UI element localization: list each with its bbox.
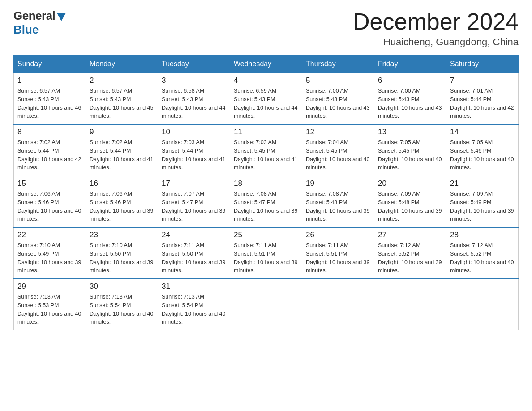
- day-info: Sunrise: 7:13 AM Sunset: 5:54 PM Dayligh…: [162, 293, 226, 326]
- day-info: Sunrise: 7:10 AM Sunset: 5:49 PM Dayligh…: [17, 241, 82, 275]
- day-info: Sunrise: 7:13 AM Sunset: 5:53 PM Dayligh…: [17, 293, 82, 326]
- day-number: 10: [162, 128, 226, 137]
- calendar-cell: 11 Sunrise: 7:03 AM Sunset: 5:45 PM Dayl…: [230, 124, 302, 176]
- day-number: 5: [306, 76, 370, 85]
- calendar-cell: 8 Sunrise: 7:02 AM Sunset: 5:44 PM Dayli…: [14, 124, 86, 176]
- header-monday: Monday: [86, 56, 158, 73]
- day-number: 11: [234, 128, 298, 137]
- calendar-cell: 1 Sunrise: 6:57 AM Sunset: 5:43 PM Dayli…: [14, 73, 86, 124]
- week-row-3: 15 Sunrise: 7:06 AM Sunset: 5:46 PM Dayl…: [14, 176, 519, 227]
- day-info: Sunrise: 7:06 AM Sunset: 5:46 PM Dayligh…: [90, 190, 154, 223]
- calendar-cell: 7 Sunrise: 7:01 AM Sunset: 5:44 PM Dayli…: [446, 73, 519, 124]
- day-number: 25: [234, 231, 298, 240]
- day-info: Sunrise: 7:05 AM Sunset: 5:46 PM Dayligh…: [450, 138, 515, 172]
- logo: General Blue: [13, 9, 66, 37]
- day-number: 8: [17, 128, 82, 137]
- page-header: General Blue December 2024 Huaicheng, Gu…: [13, 9, 519, 48]
- calendar-cell: 17 Sunrise: 7:07 AM Sunset: 5:47 PM Dayl…: [158, 176, 230, 227]
- day-info: Sunrise: 7:02 AM Sunset: 5:44 PM Dayligh…: [17, 138, 82, 172]
- day-info: Sunrise: 7:12 AM Sunset: 5:52 PM Dayligh…: [450, 241, 515, 275]
- header-tuesday: Tuesday: [158, 56, 230, 73]
- day-info: Sunrise: 7:13 AM Sunset: 5:54 PM Dayligh…: [90, 293, 154, 326]
- day-info: Sunrise: 7:09 AM Sunset: 5:49 PM Dayligh…: [450, 190, 515, 223]
- day-info: Sunrise: 7:06 AM Sunset: 5:46 PM Dayligh…: [17, 190, 82, 223]
- week-row-2: 8 Sunrise: 7:02 AM Sunset: 5:44 PM Dayli…: [14, 124, 519, 176]
- day-number: 20: [378, 179, 442, 188]
- day-number: 23: [90, 231, 154, 240]
- calendar-cell: 31 Sunrise: 7:13 AM Sunset: 5:54 PM Dayl…: [158, 279, 230, 330]
- calendar-cell: 24 Sunrise: 7:11 AM Sunset: 5:50 PM Dayl…: [158, 227, 230, 279]
- day-info: Sunrise: 7:03 AM Sunset: 5:45 PM Dayligh…: [234, 138, 298, 172]
- day-number: 7: [450, 76, 515, 85]
- day-info: Sunrise: 7:11 AM Sunset: 5:51 PM Dayligh…: [306, 241, 370, 275]
- day-info: Sunrise: 6:57 AM Sunset: 5:43 PM Dayligh…: [17, 87, 82, 120]
- day-info: Sunrise: 7:04 AM Sunset: 5:45 PM Dayligh…: [306, 138, 370, 172]
- day-number: 31: [162, 282, 226, 291]
- week-row-4: 22 Sunrise: 7:10 AM Sunset: 5:49 PM Dayl…: [14, 227, 519, 279]
- day-info: Sunrise: 7:00 AM Sunset: 5:43 PM Dayligh…: [306, 87, 370, 120]
- calendar-cell: 13 Sunrise: 7:05 AM Sunset: 5:45 PM Dayl…: [374, 124, 446, 176]
- week-row-1: 1 Sunrise: 6:57 AM Sunset: 5:43 PM Dayli…: [14, 73, 519, 124]
- header-friday: Friday: [374, 56, 446, 73]
- calendar-cell: 29 Sunrise: 7:13 AM Sunset: 5:53 PM Dayl…: [14, 279, 86, 330]
- calendar-cell: 2 Sunrise: 6:57 AM Sunset: 5:43 PM Dayli…: [86, 73, 158, 124]
- day-number: 26: [306, 231, 370, 240]
- day-number: 27: [378, 231, 442, 240]
- day-number: 29: [17, 282, 82, 291]
- calendar-cell: 4 Sunrise: 6:59 AM Sunset: 5:43 PM Dayli…: [230, 73, 302, 124]
- day-info: Sunrise: 6:59 AM Sunset: 5:43 PM Dayligh…: [234, 87, 298, 120]
- calendar-cell: 6 Sunrise: 7:00 AM Sunset: 5:43 PM Dayli…: [374, 73, 446, 124]
- day-number: 14: [450, 128, 515, 137]
- calendar-cell: 12 Sunrise: 7:04 AM Sunset: 5:45 PM Dayl…: [302, 124, 374, 176]
- calendar-cell: 14 Sunrise: 7:05 AM Sunset: 5:46 PM Dayl…: [446, 124, 519, 176]
- calendar-cell: 3 Sunrise: 6:58 AM Sunset: 5:43 PM Dayli…: [158, 73, 230, 124]
- day-info: Sunrise: 7:07 AM Sunset: 5:47 PM Dayligh…: [162, 190, 226, 223]
- calendar-cell: [302, 279, 374, 330]
- day-number: 6: [378, 76, 442, 85]
- day-info: Sunrise: 7:12 AM Sunset: 5:52 PM Dayligh…: [378, 241, 442, 275]
- calendar-cell: 18 Sunrise: 7:08 AM Sunset: 5:47 PM Dayl…: [230, 176, 302, 227]
- day-number: 24: [162, 231, 226, 240]
- day-number: 1: [17, 76, 82, 85]
- day-number: 15: [17, 179, 82, 188]
- day-info: Sunrise: 7:05 AM Sunset: 5:45 PM Dayligh…: [378, 138, 442, 172]
- day-number: 16: [90, 179, 154, 188]
- calendar-cell: 25 Sunrise: 7:11 AM Sunset: 5:51 PM Dayl…: [230, 227, 302, 279]
- day-info: Sunrise: 7:01 AM Sunset: 5:44 PM Dayligh…: [450, 87, 515, 120]
- day-info: Sunrise: 7:08 AM Sunset: 5:48 PM Dayligh…: [306, 190, 370, 223]
- calendar-cell: 9 Sunrise: 7:02 AM Sunset: 5:44 PM Dayli…: [86, 124, 158, 176]
- calendar-cell: 28 Sunrise: 7:12 AM Sunset: 5:52 PM Dayl…: [446, 227, 519, 279]
- day-number: 9: [90, 128, 154, 137]
- calendar-cell: 21 Sunrise: 7:09 AM Sunset: 5:49 PM Dayl…: [446, 176, 519, 227]
- day-info: Sunrise: 7:03 AM Sunset: 5:44 PM Dayligh…: [162, 138, 226, 172]
- day-info: Sunrise: 6:57 AM Sunset: 5:43 PM Dayligh…: [90, 87, 154, 120]
- calendar-cell: [374, 279, 446, 330]
- calendar-cell: 30 Sunrise: 7:13 AM Sunset: 5:54 PM Dayl…: [86, 279, 158, 330]
- day-info: Sunrise: 7:10 AM Sunset: 5:50 PM Dayligh…: [90, 241, 154, 275]
- day-number: 2: [90, 76, 154, 85]
- calendar-table: SundayMondayTuesdayWednesdayThursdayFrid…: [13, 55, 519, 330]
- calendar-header-row: SundayMondayTuesdayWednesdayThursdayFrid…: [14, 56, 519, 73]
- day-number: 28: [450, 231, 515, 240]
- day-info: Sunrise: 7:00 AM Sunset: 5:43 PM Dayligh…: [378, 87, 442, 120]
- day-number: 3: [162, 76, 226, 85]
- day-number: 12: [306, 128, 370, 137]
- month-title: December 2024: [353, 9, 519, 34]
- calendar-cell: 16 Sunrise: 7:06 AM Sunset: 5:46 PM Dayl…: [86, 176, 158, 227]
- day-info: Sunrise: 7:08 AM Sunset: 5:47 PM Dayligh…: [234, 190, 298, 223]
- calendar-cell: [230, 279, 302, 330]
- header-wednesday: Wednesday: [230, 56, 302, 73]
- logo-general-text: General: [13, 9, 55, 23]
- day-info: Sunrise: 7:11 AM Sunset: 5:50 PM Dayligh…: [162, 241, 226, 275]
- week-row-5: 29 Sunrise: 7:13 AM Sunset: 5:53 PM Dayl…: [14, 279, 519, 330]
- location: Huaicheng, Guangdong, China: [353, 36, 519, 48]
- day-number: 18: [234, 179, 298, 188]
- day-number: 30: [90, 282, 154, 291]
- header-thursday: Thursday: [302, 56, 374, 73]
- calendar-cell: 5 Sunrise: 7:00 AM Sunset: 5:43 PM Dayli…: [302, 73, 374, 124]
- calendar-cell: 20 Sunrise: 7:09 AM Sunset: 5:48 PM Dayl…: [374, 176, 446, 227]
- header-sunday: Sunday: [14, 56, 86, 73]
- day-number: 21: [450, 179, 515, 188]
- calendar-cell: 19 Sunrise: 7:08 AM Sunset: 5:48 PM Dayl…: [302, 176, 374, 227]
- day-number: 13: [378, 128, 442, 137]
